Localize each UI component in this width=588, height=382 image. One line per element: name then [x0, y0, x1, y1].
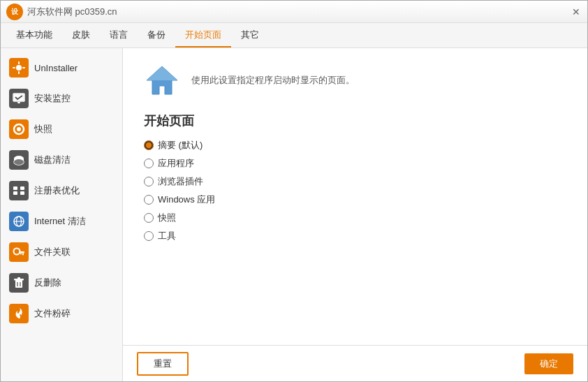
- sidebar-label-disk-clean: 磁盘清洁: [34, 154, 71, 166]
- uninstaller-icon: [9, 58, 29, 78]
- svg-point-9: [17, 127, 21, 131]
- logo-text: 设: [11, 7, 18, 17]
- tab-language[interactable]: 语言: [100, 23, 138, 47]
- file-assoc-icon: [9, 242, 29, 262]
- titlebar: 设 河东软件网 pc0359.cn ✕: [1, 1, 587, 23]
- sidebar-label-snapshot: 快照: [34, 123, 52, 135]
- radio-apps[interactable]: 应用程序: [144, 157, 566, 170]
- tab-skin[interactable]: 皮肤: [62, 23, 100, 47]
- content-area: 使用此设置指定程序启动时显示的页面。 开始页面 摘要 (默认) 应用程序: [123, 48, 587, 381]
- sidebar-item-install-monitor[interactable]: 安装监控: [1, 83, 122, 114]
- tab-basic[interactable]: 基本功能: [6, 23, 62, 47]
- svg-point-0: [16, 65, 22, 71]
- tab-bar: 基本功能 皮肤 语言 备份 开始页面 其它: [6, 23, 269, 47]
- undelete-icon: [9, 273, 29, 293]
- sidebar-label-file-shred: 文件粉碎: [34, 307, 71, 320]
- svg-rect-14: [13, 186, 17, 190]
- sidebar-label-undelete: 反删除: [34, 277, 61, 289]
- sidebar-label-install-monitor: 安装监控: [34, 92, 71, 105]
- sidebar-item-file-shred[interactable]: 文件粉碎: [1, 298, 122, 329]
- radio-input-browser-plugins[interactable]: [144, 177, 154, 186]
- radio-input-apps[interactable]: [144, 159, 154, 168]
- reset-button[interactable]: 重置: [137, 352, 189, 376]
- svg-rect-17: [20, 191, 24, 195]
- svg-rect-25: [15, 280, 22, 288]
- radio-input-snapshot[interactable]: [144, 213, 154, 223]
- svg-rect-24: [20, 254, 22, 255]
- radio-input-windows-apps[interactable]: [144, 195, 154, 205]
- svg-rect-27: [17, 277, 20, 279]
- radio-browser-plugins[interactable]: 浏览器插件: [144, 175, 566, 188]
- sidebar-item-uninstaller[interactable]: UnInstaller: [1, 52, 122, 83]
- sidebar: UnInstaller 安装监控 快照 磁盘清洁: [1, 48, 123, 381]
- file-shred-icon: [9, 304, 29, 323]
- registry-icon: [9, 181, 29, 200]
- sidebar-label-uninstaller: UnInstaller: [34, 63, 78, 73]
- svg-rect-23: [22, 254, 24, 256]
- section-title: 开始页面: [144, 112, 566, 129]
- svg-rect-7: [17, 102, 20, 103]
- radio-snapshot[interactable]: 快照: [144, 212, 566, 224]
- sidebar-item-registry[interactable]: 注册表优化: [1, 175, 122, 206]
- svg-rect-2: [18, 71, 20, 74]
- radio-windows-apps[interactable]: Windows 应用: [144, 193, 566, 206]
- sidebar-item-file-assoc[interactable]: 文件关联: [1, 237, 122, 267]
- tab-startpage[interactable]: 开始页面: [175, 23, 231, 47]
- radio-input-tools[interactable]: [144, 231, 154, 241]
- svg-point-21: [14, 249, 20, 255]
- radio-tools[interactable]: 工具: [144, 230, 566, 242]
- app-logo: 设: [6, 3, 23, 20]
- radio-input-summary[interactable]: [144, 140, 154, 150]
- titlebar-title: 河东软件网 pc0359.cn: [27, 6, 571, 18]
- svg-rect-3: [13, 67, 15, 68]
- footer: 重置 确定: [123, 345, 587, 381]
- main-window: 设 河东软件网 pc0359.cn ✕ 基本功能 皮肤 语言 备份 开始页面 其…: [0, 0, 588, 382]
- svg-rect-16: [20, 186, 24, 190]
- toolbar: 基本功能 皮肤 语言 备份 开始页面 其它: [1, 23, 587, 48]
- header-row: 使用此设置指定程序启动时显示的页面。: [144, 62, 566, 98]
- content-body: 使用此设置指定程序启动时显示的页面。 开始页面 摘要 (默认) 应用程序: [123, 48, 587, 345]
- internet-clean-icon: [9, 212, 29, 231]
- ok-button[interactable]: 确定: [524, 353, 573, 374]
- sidebar-item-internet-clean[interactable]: Internet 清洁: [1, 206, 122, 237]
- svg-rect-15: [13, 191, 17, 195]
- svg-rect-4: [22, 67, 25, 68]
- close-button[interactable]: ✕: [571, 6, 582, 17]
- install-monitor-icon: [9, 89, 29, 108]
- sidebar-item-undelete[interactable]: 反删除: [1, 267, 122, 298]
- sidebar-label-registry: 注册表优化: [34, 184, 80, 197]
- svg-rect-22: [19, 251, 24, 254]
- svg-marker-31: [147, 66, 177, 80]
- tab-backup[interactable]: 备份: [138, 23, 175, 47]
- main-area: UnInstaller 安装监控 快照 磁盘清洁: [1, 48, 587, 381]
- disk-clean-icon: [9, 150, 29, 170]
- svg-point-13: [14, 159, 24, 165]
- tab-other[interactable]: 其它: [231, 23, 269, 47]
- header-desc: 使用此设置指定程序启动时显示的页面。: [191, 74, 355, 87]
- sidebar-item-disk-clean[interactable]: 磁盘清洁: [1, 145, 122, 175]
- snapshot-icon: [9, 119, 29, 139]
- sidebar-item-snapshot[interactable]: 快照: [1, 114, 122, 145]
- svg-rect-1: [18, 61, 20, 64]
- home-icon: [144, 62, 180, 98]
- radio-summary[interactable]: 摘要 (默认): [144, 139, 566, 152]
- radio-group: 摘要 (默认) 应用程序 浏览器插件 Windows 应用: [144, 139, 566, 242]
- sidebar-label-internet-clean: Internet 清洁: [34, 215, 86, 228]
- sidebar-label-file-assoc: 文件关联: [34, 246, 71, 258]
